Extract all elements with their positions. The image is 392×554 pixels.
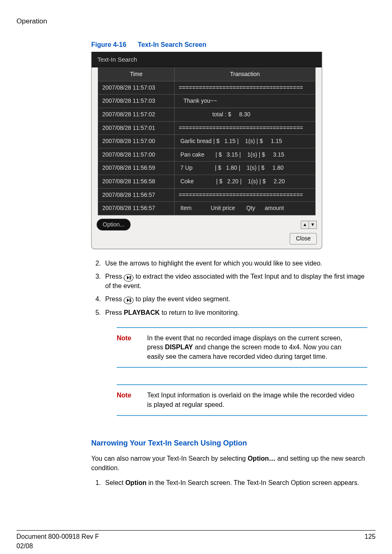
- note-1: Note In the event that no recorded image…: [117, 327, 367, 368]
- subsection-heading: Narrowing Your Text-In Search Using Opti…: [91, 438, 367, 448]
- cell-time: 2007/08/28 11:57:00: [98, 135, 175, 148]
- note-2: Note Text Input information is overlaid …: [117, 384, 367, 416]
- cell-tx: Coke | $ 2.20 | 1(s) | $ 2.20: [175, 175, 316, 188]
- cell-time: 2007/08/28 11:56:57: [98, 188, 175, 202]
- cell-tx: total : $ 8.30: [175, 108, 316, 121]
- doc-date: 02/08: [16, 542, 99, 551]
- table-row[interactable]: 2007/08/28 11:57:00 Garlic bread | $ 1.1…: [98, 135, 316, 148]
- scroll-spinner[interactable]: ▲ ▼: [301, 221, 317, 229]
- page-footer: Document 800-00918 Rev F 02/08 125: [16, 530, 376, 554]
- window-title: Text-In Search: [92, 52, 322, 67]
- cell-tx: Pan cake | $ 3.15 | 1(s) | $ 3.15: [175, 148, 316, 162]
- note-label: Note: [117, 334, 136, 361]
- cell-time: 2007/08/28 11:57:03: [98, 81, 175, 95]
- col-transaction: Transaction: [175, 68, 316, 81]
- option-button[interactable]: Option...: [97, 219, 131, 231]
- narrow-para: You can also narrow your Text-In Search …: [91, 454, 367, 473]
- down-arrow-icon[interactable]: ▼: [309, 221, 316, 229]
- figure-title: Text-In Search Screen: [138, 41, 206, 48]
- table-row[interactable]: 2007/08/28 11:57:01=====================…: [98, 121, 316, 135]
- table-row[interactable]: 2007/08/28 11:56:57=====================…: [98, 188, 316, 202]
- figure-caption: Figure 4-16Text-In Search Screen: [91, 40, 367, 49]
- note-body: In the event that no recorded image disp…: [147, 334, 367, 361]
- cell-tx: Item Unit price Qty amount: [175, 202, 316, 215]
- cell-tx: =====================================: [175, 81, 316, 95]
- figure-number: Figure 4-16: [91, 41, 126, 48]
- cell-time: 2007/08/28 11:57:03: [98, 95, 175, 108]
- svg-rect-2: [130, 298, 130, 302]
- cell-time: 2007/08/28 11:56:57: [98, 202, 175, 215]
- cell-time: 2007/08/28 11:57:02: [98, 108, 175, 121]
- cell-tx: Garlic bread | $ 1.15 | 1(s) | $ 1.15: [175, 135, 316, 148]
- cell-tx: =====================================: [175, 188, 316, 202]
- play-pause-icon: [124, 297, 134, 304]
- step-2: Use the arrows to highlight the event fo…: [103, 259, 367, 268]
- table-row[interactable]: 2007/08/28 11:56:58 Coke | $ 2.20 | 1(s)…: [98, 175, 316, 188]
- cell-time: 2007/08/28 11:57:00: [98, 148, 175, 162]
- section-label: Operation: [16, 16, 367, 26]
- cell-tx: 7 Up | $ 1.80 | 1(s) | $ 1.80: [175, 162, 316, 175]
- svg-rect-0: [130, 276, 130, 279]
- step-3: Press to extract the video associated wi…: [103, 272, 367, 291]
- table-row[interactable]: 2007/08/28 11:57:00 Pan cake | $ 3.15 | …: [98, 148, 316, 162]
- narrow-step-list: Select Option in the Text-In Search scre…: [91, 478, 367, 487]
- doc-id: Document 800-00918 Rev F: [16, 532, 99, 541]
- cell-time: 2007/08/28 11:56:58: [98, 175, 175, 188]
- page-number: 125: [364, 532, 376, 551]
- up-arrow-icon[interactable]: ▲: [301, 221, 309, 229]
- svg-rect-1: [131, 276, 131, 279]
- table-row[interactable]: 2007/08/28 11:57:02 total : $ 8.30: [98, 108, 316, 121]
- table-row[interactable]: 2007/08/28 11:57:03=====================…: [98, 81, 316, 95]
- step-5: Press PLAYBACK to return to live monitor…: [103, 308, 367, 317]
- transaction-table: Time Transaction 2007/08/28 11:57:03====…: [98, 67, 316, 215]
- narrow-step-1: Select Option in the Text-In Search scre…: [103, 478, 367, 487]
- note-label: Note: [117, 391, 136, 409]
- col-time: Time: [98, 68, 175, 81]
- cell-time: 2007/08/28 11:57:01: [98, 121, 175, 135]
- table-row[interactable]: 2007/08/28 11:56:57 Item Unit price Qty …: [98, 202, 316, 215]
- note-body: Text Input information is overlaid on th…: [147, 391, 367, 409]
- screenshot: Text-In Search Time Transaction 2007/08/…: [91, 52, 322, 249]
- cell-tx: Thank you~~: [175, 95, 316, 108]
- step-list: Use the arrows to highlight the event fo…: [91, 259, 367, 317]
- table-row[interactable]: 2007/08/28 11:56:59 7 Up | $ 1.80 | 1(s)…: [98, 162, 316, 175]
- svg-rect-3: [131, 298, 131, 302]
- cell-tx: =====================================: [175, 121, 316, 135]
- table-row[interactable]: 2007/08/28 11:57:03 Thank you~~: [98, 95, 316, 108]
- play-pause-icon: [124, 274, 134, 282]
- step-4: Press to play the event video segment.: [103, 295, 367, 304]
- cell-time: 2007/08/28 11:56:59: [98, 162, 175, 175]
- close-button[interactable]: Close: [290, 233, 317, 245]
